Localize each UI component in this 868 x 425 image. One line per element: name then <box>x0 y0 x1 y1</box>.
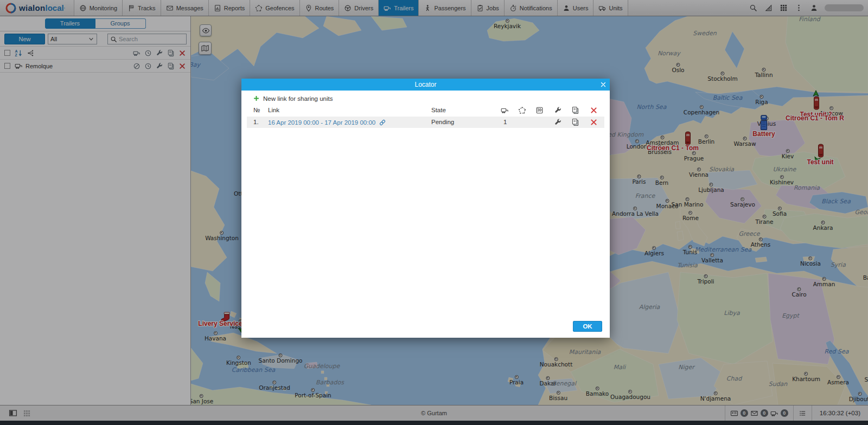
col-race-flag <box>535 106 544 115</box>
col-trailer <box>501 106 509 115</box>
link-row: 1. 16 Apr 2019 00:00 - 17 Apr 2019 00:00… <box>247 117 604 128</box>
col-wrench <box>554 106 562 115</box>
links-table-header: № Link State <box>241 105 610 116</box>
row-units-count: 1 <box>503 119 507 125</box>
row-num: 1. <box>253 119 259 125</box>
close-icon[interactable] <box>599 80 608 89</box>
geofence-icon <box>518 106 526 114</box>
chain-link-icon <box>379 119 386 126</box>
copy-icon <box>571 106 579 114</box>
row-state: Pending <box>431 119 454 125</box>
new-link-button[interactable]: New link for sharing units <box>253 95 333 102</box>
locator-link[interactable]: 16 Apr 2019 00:00 - 17 Apr 2019 00:00 <box>268 119 386 126</box>
row-action-wrench[interactable] <box>554 118 562 127</box>
col-num: № <box>253 107 260 113</box>
delete-x-icon <box>590 106 598 114</box>
copy-icon[interactable] <box>571 118 579 126</box>
wrench-icon <box>554 106 562 114</box>
dialog-titlebar: Locator <box>241 79 610 91</box>
col-delete-x <box>590 106 598 115</box>
race-flag-icon <box>535 106 544 114</box>
trailer-icon <box>501 106 509 114</box>
delete-x-icon[interactable] <box>590 118 598 126</box>
new-link-label: New link for sharing units <box>263 95 333 102</box>
row-action-delete-x[interactable] <box>590 118 598 127</box>
row-action-copy[interactable] <box>571 118 579 127</box>
col-state: State <box>431 107 446 113</box>
col-copy <box>571 106 579 115</box>
col-link: Link <box>268 107 279 113</box>
plus-icon <box>253 95 260 102</box>
locator-dialog: Locator New link for sharing units № Lin… <box>241 79 610 338</box>
col-geofence <box>518 106 526 115</box>
wrench-icon[interactable] <box>554 118 562 126</box>
ok-button[interactable]: OK <box>573 321 602 332</box>
dialog-title: Locator <box>414 81 436 88</box>
